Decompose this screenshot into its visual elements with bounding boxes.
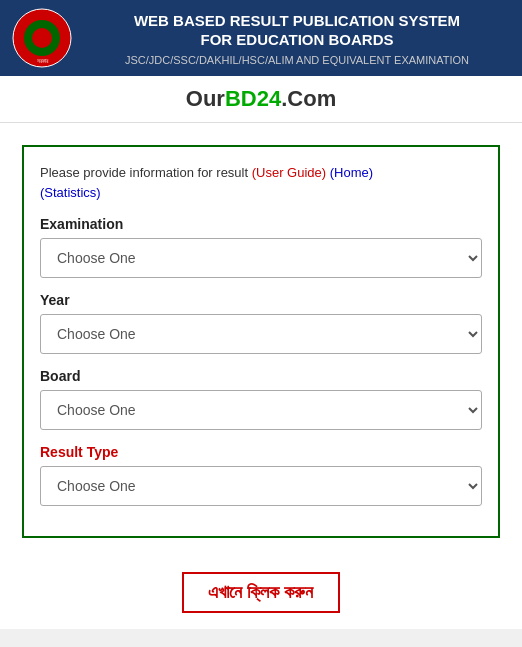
header-logo: সরকার	[12, 8, 72, 68]
main-content: Please provide information for result (U…	[0, 123, 522, 560]
board-group: Board Choose One	[40, 368, 482, 430]
year-group: Year Choose One	[40, 292, 482, 354]
brand-bar: OurBD24.Com	[0, 76, 522, 123]
brand-bd: BD24	[225, 86, 281, 111]
user-guide-link[interactable]: (User Guide)	[252, 165, 326, 180]
svg-text:সরকার: সরকার	[37, 58, 49, 64]
submit-area: এখানে ক্লিক করুন	[0, 560, 522, 629]
brand-our: Our	[186, 86, 225, 111]
info-text: Please provide information for result (U…	[40, 163, 482, 202]
result-type-select[interactable]: Choose One	[40, 466, 482, 506]
board-select[interactable]: Choose One	[40, 390, 482, 430]
home-link[interactable]: (Home)	[330, 165, 373, 180]
statistics-link[interactable]: (Statistics)	[40, 185, 101, 200]
brand-com: .Com	[281, 86, 336, 111]
header: সরকার WEB BASED RESULT PUBLICATION SYSTE…	[0, 0, 522, 76]
result-type-group: Result Type Choose One	[40, 444, 482, 506]
examination-label: Examination	[40, 216, 482, 232]
result-type-label: Result Type	[40, 444, 482, 460]
examination-group: Examination Choose One	[40, 216, 482, 278]
board-label: Board	[40, 368, 482, 384]
submit-button[interactable]: এখানে ক্লিক করুন	[182, 572, 339, 613]
header-title: WEB BASED RESULT PUBLICATION SYSTEM FOR …	[84, 11, 510, 50]
form-container: Please provide information for result (U…	[22, 145, 500, 538]
examination-select[interactable]: Choose One	[40, 238, 482, 278]
svg-point-2	[32, 28, 52, 48]
header-text: WEB BASED RESULT PUBLICATION SYSTEM FOR …	[84, 11, 510, 66]
year-label: Year	[40, 292, 482, 308]
year-select[interactable]: Choose One	[40, 314, 482, 354]
header-subtitle: JSC/JDC/SSC/DAKHIL/HSC/ALIM AND EQUIVALE…	[84, 54, 510, 66]
